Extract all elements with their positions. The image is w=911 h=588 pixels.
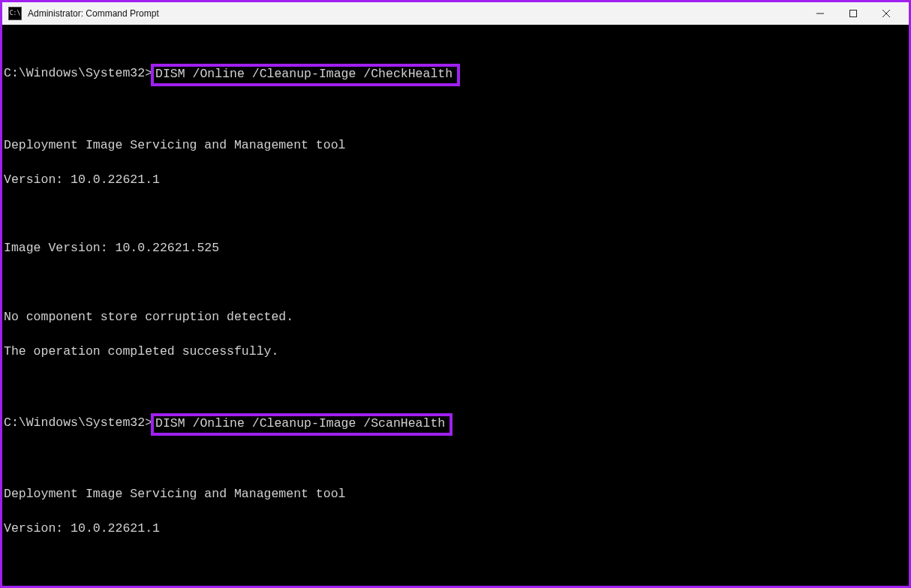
blank-line [4, 378, 907, 395]
maximize-button[interactable] [837, 2, 870, 25]
highlighted-command-1: DISM /Online /Cleanup-Image /CheckHealth [151, 64, 460, 86]
close-button[interactable] [870, 2, 903, 25]
blank-line [4, 206, 907, 224]
title-bar[interactable]: C:\ Administrator: Command Prompt [2, 2, 909, 25]
app-icon-text: C:\ [10, 10, 20, 16]
app-icon: C:\ [8, 7, 22, 20]
blank-line [4, 103, 907, 120]
svg-rect-1 [850, 10, 857, 17]
prompt-line-1: C:\Windows\System32>DISM /Online /Cleanu… [4, 63, 907, 86]
window-title: Administrator: Command Prompt [28, 8, 159, 19]
blank-line [4, 274, 907, 292]
terminal-output[interactable]: C:\Windows\System32>DISM /Online /Cleanu… [2, 25, 909, 586]
output-line: Version: 10.0.22621.1 [4, 520, 907, 538]
prompt-line-2: C:\Windows\System32>DISM /Online /Cleanu… [4, 412, 907, 435]
highlighted-command-2: DISM /Online /Cleanup-Image /ScanHealth [151, 413, 452, 436]
blank-line [4, 452, 907, 470]
blank-line [4, 555, 907, 572]
output-line: The operation completed successfully. [4, 344, 907, 361]
prompt-prefix: C:\Windows\System32> [4, 416, 152, 430]
output-line: No component store corruption detected. [4, 309, 907, 326]
output-line: Deployment Image Servicing and Managemen… [4, 137, 907, 154]
minimize-button[interactable] [804, 2, 837, 25]
command-prompt-window: C:\ Administrator: Command Prompt C:\Win… [0, 0, 911, 588]
prompt-prefix: C:\Windows\System32> [4, 66, 152, 80]
window-controls [804, 2, 903, 25]
output-line: Deployment Image Servicing and Managemen… [4, 486, 907, 503]
output-line: Version: 10.0.22621.1 [4, 172, 907, 189]
output-line: Image Version: 10.0.22621.525 [4, 240, 907, 257]
